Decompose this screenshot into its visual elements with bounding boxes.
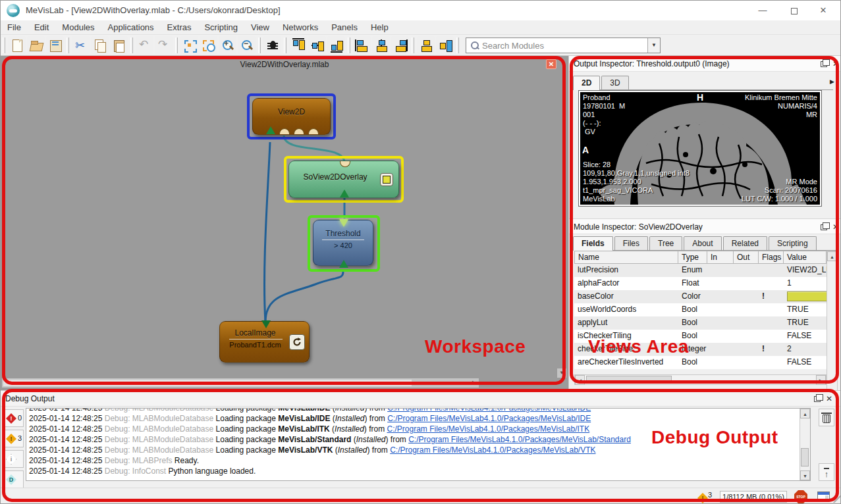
redo-button[interactable] [155, 36, 173, 54]
align-bottom-button[interactable] [327, 36, 345, 54]
field-row[interactable]: useWorldCoordsBoolTRUE [574, 303, 827, 316]
input-connector[interactable] [340, 189, 349, 197]
menu-item-modules[interactable]: Modules [55, 20, 101, 35]
menu-item-help[interactable]: Help [364, 20, 395, 35]
menu-item-file[interactable]: File [1, 20, 28, 35]
close-icon[interactable]: ✕ [809, 1, 838, 20]
field-row[interactable]: alphaFactorFloat1 [574, 277, 827, 290]
float-panel-icon[interactable] [814, 396, 821, 402]
overlay-color-button[interactable] [380, 173, 393, 186]
filter-warning-button[interactable]: !3 [3, 430, 24, 447]
align-hcenter-button[interactable] [372, 36, 390, 54]
filter-error-button[interactable]: !0 [3, 409, 24, 427]
scroll-up-icon[interactable]: ▲ [800, 409, 810, 418]
color-swatch-button[interactable] [787, 291, 827, 301]
tab-tree[interactable]: Tree [649, 236, 682, 250]
column-header-type[interactable]: Type [678, 251, 707, 264]
same-width-button[interactable] [417, 36, 435, 54]
reload-button[interactable] [289, 334, 305, 350]
field-row[interactable]: applyLutBoolTRUE [574, 316, 827, 330]
close-panel-icon[interactable]: ✕ [826, 391, 832, 407]
menu-item-view[interactable]: View [244, 20, 276, 35]
panel-layout-icon[interactable] [817, 491, 830, 501]
align-vcenter-button[interactable] [308, 36, 326, 54]
field-row[interactable]: areCheckerTilesInvertedBoolFALSE [574, 356, 827, 369]
fields-hscrollbar[interactable]: ◀ ▶ [574, 374, 827, 385]
log-path-link[interactable]: C:/Program Files/MeVisLab4.1.0/Packages/… [408, 435, 631, 444]
menu-item-networks[interactable]: Networks [276, 20, 325, 35]
open-file-button[interactable] [27, 36, 45, 54]
copy-button[interactable] [91, 36, 109, 54]
log-path-link[interactable]: C:/Program Files/MeVisLab4.1.0/Packages/… [387, 424, 589, 434]
debug-bug-button[interactable] [263, 36, 281, 54]
scroll-down-icon[interactable]: ▼ [557, 368, 566, 378]
zoom-selection-button[interactable] [200, 36, 217, 54]
filter-info-button[interactable]: i [3, 450, 24, 468]
zoom-in-button[interactable] [219, 36, 236, 54]
close-panel-icon[interactable]: ✕ [832, 56, 839, 72]
same-height-button[interactable] [436, 36, 454, 54]
log-vscrollbar[interactable]: ▲ ▼ [800, 409, 810, 480]
tab-fields[interactable]: Fields [573, 236, 613, 251]
maximize-icon[interactable] [780, 1, 809, 20]
align-right-button[interactable] [391, 36, 409, 54]
tab-about[interactable]: About [684, 236, 721, 250]
minimize-icon[interactable]: — [748, 1, 777, 20]
mri-2d-viewer[interactable]: Proband19780101 M001(- - -): GV Klinikum… [580, 92, 820, 205]
menu-item-edit[interactable]: Edit [28, 20, 55, 35]
tab-scripting[interactable]: Scripting [769, 236, 817, 250]
undo-button[interactable] [136, 36, 153, 54]
tab-2d[interactable]: 2D [573, 76, 600, 90]
input-connector[interactable] [266, 126, 275, 134]
sonode-connector[interactable] [279, 128, 290, 134]
field-row[interactable]: baseColorColor! [574, 290, 827, 303]
module-threshold[interactable]: Threshold > 420 [313, 220, 373, 266]
scroll-left-icon[interactable]: ◀ [575, 375, 585, 385]
column-header-flags[interactable]: Flags [759, 251, 784, 264]
scroll-right-icon[interactable]: ▶ [470, 378, 479, 388]
clear-log-button[interactable] [819, 409, 834, 426]
new-file-button[interactable] [8, 36, 26, 54]
float-panel-icon[interactable] [821, 224, 827, 230]
input-connector[interactable] [339, 260, 348, 268]
toolbar-handle[interactable] [3, 38, 5, 53]
align-top-button[interactable] [289, 36, 307, 54]
column-header-out[interactable]: Out [734, 251, 759, 264]
tab-overflow-icon[interactable]: ▶ [830, 78, 834, 85]
field-row[interactable]: isCheckerTilingBoolFALSE [574, 330, 827, 343]
column-header-name[interactable]: Name [574, 251, 678, 264]
menu-item-extras[interactable]: Extras [161, 20, 198, 35]
tab-files[interactable]: Files [614, 236, 648, 250]
float-panel-icon[interactable] [821, 61, 827, 67]
scroll-right-icon[interactable]: ▶ [816, 375, 826, 385]
status-warnings[interactable]: !3 [697, 491, 712, 503]
tab-related[interactable]: Related [723, 236, 767, 250]
save-file-button[interactable] [46, 36, 64, 54]
log-path-link[interactable]: C:/Program Files/MeVisLab4.1.0/Packages/… [387, 409, 591, 413]
sonode-connector[interactable] [294, 128, 304, 134]
network-workspace[interactable]: View2DWithOverlay.mlab ✕ View2D SoView2D… [1, 56, 568, 390]
fit-view-button[interactable] [180, 36, 198, 54]
search-input[interactable] [482, 41, 647, 51]
module-localimage[interactable]: LocalImage ProbandT1.dcm [219, 321, 310, 363]
log-view[interactable]: 2025-01-14 12:48:25 Debug: MLABModuleDat… [26, 408, 811, 481]
workspace-hscrollbar[interactable] [2, 378, 470, 388]
close-panel-icon[interactable]: ✕ [832, 219, 839, 235]
align-left-button[interactable] [353, 36, 371, 54]
scroll-down-icon[interactable]: ▼ [800, 470, 810, 480]
field-row[interactable]: checkerTileSizeInteger!2 [574, 343, 827, 356]
sonode-connector[interactable] [308, 128, 319, 134]
output-connector[interactable] [339, 219, 348, 227]
column-header-value[interactable]: Value [784, 251, 827, 264]
zoom-out-button[interactable] [238, 36, 256, 54]
module-soview2doverlay[interactable]: SoView2DOverlay [288, 161, 399, 198]
export-log-button[interactable]: ↑ [819, 463, 834, 481]
cut-button[interactable] [72, 36, 90, 54]
scroll-up-icon[interactable]: ▲ [827, 251, 837, 261]
log-path-link[interactable]: C:/Program Files/MeVisLab4.1.0/Packages/… [390, 445, 595, 455]
menu-item-scripting[interactable]: Scripting [198, 20, 244, 35]
resize-grip[interactable] [832, 493, 841, 503]
menu-item-panels[interactable]: Panels [325, 20, 364, 35]
module-view2d[interactable]: View2D [252, 98, 331, 135]
stop-button[interactable]: STOP [794, 490, 807, 503]
